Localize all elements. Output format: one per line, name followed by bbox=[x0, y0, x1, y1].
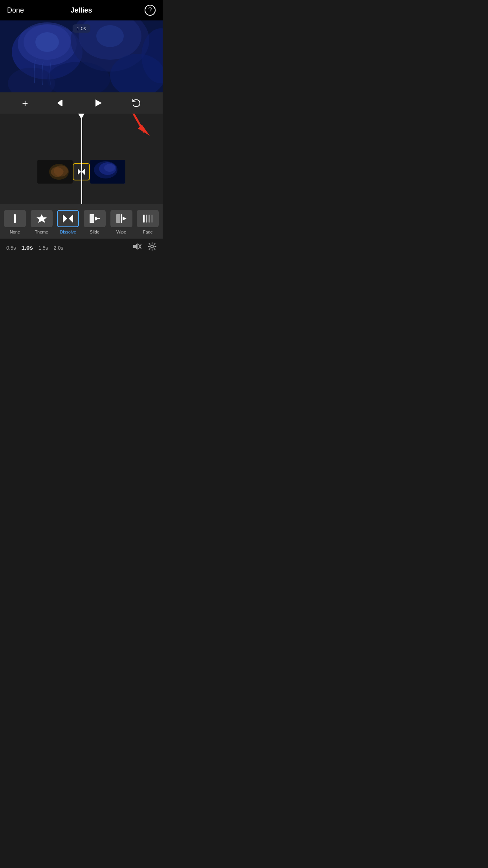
svg-marker-12 bbox=[57, 100, 61, 106]
duration-value: 1.0s bbox=[77, 26, 86, 31]
theme-icon-box bbox=[31, 210, 53, 227]
time-marks: 0.5s 1.0s 1.5s 2.0s bbox=[6, 244, 63, 251]
done-button[interactable]: Done bbox=[7, 6, 24, 15]
svg-marker-19 bbox=[82, 169, 85, 175]
rewind-button[interactable] bbox=[57, 99, 65, 107]
svg-rect-26 bbox=[14, 214, 16, 223]
fade-icon-box bbox=[137, 210, 159, 227]
dissolve-label: Dissolve bbox=[60, 230, 76, 234]
svg-rect-39 bbox=[151, 215, 153, 223]
slide-icon bbox=[89, 213, 101, 224]
fade-icon bbox=[142, 213, 154, 224]
wipe-icon-box bbox=[110, 210, 132, 227]
duration-badge: 1.0s bbox=[73, 24, 90, 33]
wipe-icon bbox=[116, 213, 127, 224]
theme-label: Theme bbox=[35, 230, 48, 234]
settings-icon bbox=[148, 242, 156, 251]
settings-button[interactable] bbox=[148, 242, 156, 253]
help-button[interactable]: ? bbox=[145, 5, 156, 16]
clip-right[interactable]: 7.5s bbox=[90, 160, 125, 184]
add-button[interactable]: + bbox=[22, 97, 28, 109]
time-mark-3: 2.0s bbox=[53, 245, 63, 251]
svg-marker-14 bbox=[95, 99, 102, 107]
dissolve-icon bbox=[62, 213, 74, 224]
svg-marker-27 bbox=[37, 214, 47, 223]
none-icon-box bbox=[4, 210, 26, 227]
svg-point-43 bbox=[151, 245, 154, 248]
svg-marker-18 bbox=[78, 169, 81, 175]
svg-point-9 bbox=[35, 32, 59, 52]
transition-theme[interactable]: Theme bbox=[28, 210, 55, 234]
playhead-arrow bbox=[78, 114, 84, 119]
play-button[interactable] bbox=[94, 99, 103, 107]
transition-fade[interactable]: Fade bbox=[134, 210, 161, 234]
transition-none[interactable]: None bbox=[2, 210, 28, 234]
bottom-bar: 0.5s 1.0s 1.5s 2.0s bbox=[0, 239, 163, 256]
svg-rect-13 bbox=[61, 100, 62, 106]
transition-slide[interactable]: Slide bbox=[81, 210, 108, 234]
video-preview: 1.0s bbox=[0, 20, 163, 92]
project-title: Jellies bbox=[70, 6, 92, 15]
timeline-area[interactable]: 7.5s bbox=[0, 114, 163, 204]
svg-rect-37 bbox=[146, 215, 147, 223]
svg-marker-28 bbox=[63, 214, 67, 223]
clip-left[interactable] bbox=[37, 160, 73, 184]
svg-rect-30 bbox=[90, 214, 94, 223]
help-icon: ? bbox=[149, 7, 152, 14]
svg-point-10 bbox=[96, 25, 124, 47]
controls-bar: + bbox=[0, 92, 163, 114]
none-label: None bbox=[10, 230, 20, 234]
dissolve-icon-box bbox=[57, 210, 79, 227]
time-mark-0: 0.5s bbox=[6, 245, 16, 251]
svg-marker-35 bbox=[123, 217, 127, 221]
mute-icon bbox=[133, 243, 141, 250]
fade-label: Fade bbox=[143, 230, 153, 234]
svg-marker-29 bbox=[69, 214, 73, 223]
playhead-line bbox=[81, 114, 82, 204]
time-mark-1: 1.0s bbox=[22, 244, 33, 251]
transition-dissolve[interactable]: Dissolve bbox=[55, 210, 81, 234]
svg-rect-34 bbox=[121, 214, 122, 223]
undo-button[interactable] bbox=[131, 98, 141, 108]
svg-marker-40 bbox=[133, 243, 138, 250]
slide-label: Slide bbox=[90, 230, 99, 234]
none-icon bbox=[9, 213, 21, 224]
header: Done Jellies ? bbox=[0, 0, 163, 20]
transition-selector: None Theme Dissolve Slide bbox=[0, 204, 163, 239]
svg-rect-33 bbox=[116, 214, 120, 223]
wipe-label: Wipe bbox=[116, 230, 126, 234]
play-icon bbox=[94, 99, 103, 107]
svg-rect-36 bbox=[143, 215, 145, 223]
rewind-icon bbox=[57, 99, 65, 107]
slide-icon-box bbox=[84, 210, 106, 227]
bottom-icons bbox=[133, 242, 156, 253]
theme-icon bbox=[36, 213, 48, 224]
svg-point-23 bbox=[104, 164, 115, 172]
svg-rect-38 bbox=[149, 215, 150, 223]
transition-wipe[interactable]: Wipe bbox=[108, 210, 135, 234]
undo-icon bbox=[131, 98, 141, 108]
red-arrow-indicator bbox=[120, 114, 152, 141]
mute-button[interactable] bbox=[133, 243, 141, 252]
time-mark-2: 1.5s bbox=[39, 245, 48, 251]
